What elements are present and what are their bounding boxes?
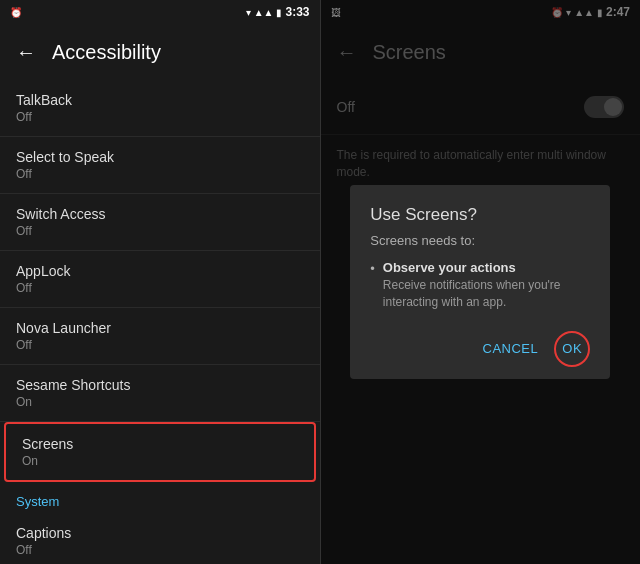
accessibility-menu-list: TalkBack Off Select to Speak Off Switch … <box>0 80 320 564</box>
menu-item-applock[interactable]: AppLock Off <box>0 251 320 308</box>
left-status-right-icons: ▾ ▲▲ ▮ 3:33 <box>246 5 310 19</box>
talkback-status: Off <box>16 110 304 124</box>
system-section-header: System <box>0 482 320 513</box>
left-status-bar: ⏰ ▾ ▲▲ ▮ 3:33 <box>0 0 320 24</box>
cancel-button[interactable]: CANCEL <box>483 341 539 356</box>
battery-icon: ▮ <box>276 7 282 18</box>
permission-text: Observe your actions Receive notificatio… <box>383 260 590 311</box>
left-header: ← Accessibility <box>0 24 320 80</box>
nova-launcher-status: Off <box>16 338 304 352</box>
applock-label: AppLock <box>16 263 304 279</box>
left-page-title: Accessibility <box>52 41 161 64</box>
captions-status: Off <box>16 543 304 557</box>
permission-dialog-overlay: Use Screens? Screens needs to: • Observe… <box>321 0 641 564</box>
alarm-icon: ⏰ <box>10 7 22 18</box>
screens-status: On <box>22 454 298 468</box>
menu-item-sesame-shortcuts[interactable]: Sesame Shortcuts On <box>0 365 320 422</box>
bullet-icon: • <box>370 261 375 276</box>
left-panel: ⏰ ▾ ▲▲ ▮ 3:33 ← Accessibility TalkBack O… <box>0 0 320 564</box>
select-to-speak-label: Select to Speak <box>16 149 304 165</box>
permission-description: Receive notifications when you're intera… <box>383 277 590 311</box>
switch-access-status: Off <box>16 224 304 238</box>
left-status-left-icons: ⏰ <box>10 7 22 18</box>
left-time: 3:33 <box>285 5 309 19</box>
sesame-shortcuts-label: Sesame Shortcuts <box>16 377 304 393</box>
dialog-actions: CANCEL OK <box>370 327 590 367</box>
wifi-icon: ▾ <box>246 7 251 18</box>
menu-item-screens[interactable]: Screens On <box>4 422 316 482</box>
menu-item-talkback[interactable]: TalkBack Off <box>0 80 320 137</box>
right-panel: 🖼 ⏰ ▾ ▲▲ ▮ 2:47 ← Screens Off The is req… <box>321 0 641 564</box>
screens-label: Screens <box>22 436 298 452</box>
talkback-label: TalkBack <box>16 92 304 108</box>
sesame-shortcuts-status: On <box>16 395 304 409</box>
menu-item-switch-access[interactable]: Switch Access Off <box>0 194 320 251</box>
menu-item-nova-launcher[interactable]: Nova Launcher Off <box>0 308 320 365</box>
permission-dialog: Use Screens? Screens needs to: • Observe… <box>350 185 610 379</box>
captions-label: Captions <box>16 525 304 541</box>
dialog-subtitle: Screens needs to: <box>370 233 590 248</box>
ok-button[interactable]: OK <box>554 331 590 367</box>
select-to-speak-status: Off <box>16 167 304 181</box>
dialog-title: Use Screens? <box>370 205 590 225</box>
signal-icon: ▲▲ <box>254 7 274 18</box>
menu-item-select-to-speak[interactable]: Select to Speak Off <box>0 137 320 194</box>
permission-item: • Observe your actions Receive notificat… <box>370 260 590 311</box>
permission-title: Observe your actions <box>383 260 590 275</box>
nova-launcher-label: Nova Launcher <box>16 320 304 336</box>
dialog-content: • Observe your actions Receive notificat… <box>370 260 590 311</box>
left-back-button[interactable]: ← <box>16 41 36 64</box>
switch-access-label: Switch Access <box>16 206 304 222</box>
menu-item-captions[interactable]: Captions Off <box>0 513 320 564</box>
applock-status: Off <box>16 281 304 295</box>
